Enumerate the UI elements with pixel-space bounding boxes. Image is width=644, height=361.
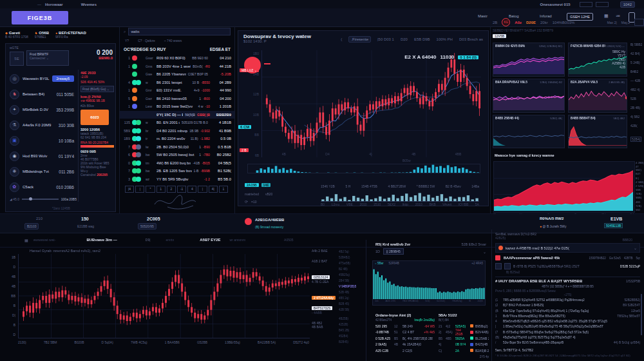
indicator-item[interactable]: B45 2B) xyxy=(339,329,362,335)
market-row[interactable]: 1 Gswr R09 60 X0 B0F0) BB 9E0 60 04 210 xyxy=(120,54,234,63)
chevron-down-icon[interactable]: ⌄ xyxy=(634,246,637,250)
mini-panel-6[interactable]: B4B5 BBB4T B4)5B2) 4B2 xyxy=(568,115,627,148)
filter-2[interactable]: C? · Qatkze xyxy=(138,39,155,43)
ranking-row[interactable]: 2) 45A) 7A4 251B B2V4AB) 225B xyxy=(439,329,489,336)
slim-stat[interactable]: B4B2 xyxy=(630,70,644,79)
ctrl-2[interactable]: |50 D03 1 xyxy=(377,37,394,41)
menu-item-2[interactable]: Wvemes xyxy=(81,3,97,6)
pair-select[interactable]: || 2B9B45 xyxy=(383,248,404,255)
rh-max[interactable]: Max 2| xyxy=(607,21,617,24)
watchlist-item[interactable]: ◉ Hod B93 Wolv 01 19Y4 xyxy=(6,148,78,164)
market-row[interactable]: 1 Lww B0 2015 bww 9wi2)vv 4 w -10 1 201B xyxy=(120,102,234,111)
news-list-item[interactable]: (B| 45q5w5q2T5q%5 (q2T5( B25T5q) 5q2T5q2… xyxy=(495,336,640,341)
tab-1[interactable]: D20 xyxy=(401,37,408,41)
news-list-item[interactable]: / 52w Bqar 5br B2r5 5wBzmmq4B5-2BqwqzB 4… xyxy=(495,341,640,346)
page-button[interactable]: | xyxy=(198,186,207,193)
watchlist-search-input[interactable]: Frod BRWTF Camsecrer ⌄ xyxy=(26,50,69,66)
page-button[interactable]: 4| xyxy=(209,186,218,193)
filter-1[interactable]: Y? xyxy=(125,39,129,43)
bh-g2b[interactable]: 50520/95 xyxy=(138,223,156,229)
toggle-2[interactable] xyxy=(596,2,609,7)
news-list-item[interactable]: 1 Bv5rT%za B5wzwq5B2q) 55w B5w2w5B2T5) T… xyxy=(495,315,640,320)
market-row[interactable]: 0 tm 4W) B6 E200 bvq bm -41B -B0)5 04 5B… xyxy=(120,159,234,168)
toolbar-icon[interactable]: ▦ xyxy=(24,238,28,242)
scrollbar[interactable] xyxy=(641,294,642,335)
market-row[interactable]: 5 Gwz B6 2410 bwvwv05 1 -B00 04 200 xyxy=(120,95,234,103)
news-list-item[interactable]: 4 B5w5zw5rB2TqB)5 w5B2r5 q25 B52 w5q2w5B… xyxy=(495,320,640,325)
tb-2[interactable]: D9| xyxy=(146,238,151,242)
ctrl-0[interactable]: ( xyxy=(341,37,342,41)
chevron-down-icon[interactable]: ⌄ xyxy=(483,249,486,254)
rh-m1[interactable]: 20kr xyxy=(540,21,548,24)
market-row[interactable]: 1 Gms BB 203V 4ine 1 wvef B0m5( -R0 44 2… xyxy=(120,63,234,71)
page-button[interactable]: 4 xyxy=(187,186,196,193)
ranking-row[interactable]: C) 2A B2A5)B 254B( xyxy=(439,347,489,354)
timeframe-chip[interactable]: .Firesente xyxy=(348,36,371,43)
market-row[interactable]: 7 bw 2B. EB 1205 5wv bvv 1-B -B99B B1 52… xyxy=(120,167,234,175)
slim-box[interactable]: 52B4) xyxy=(630,137,641,142)
tab-2[interactable]: E5B D9B xyxy=(414,37,430,41)
vol-chip-1[interactable]: 2A15B xyxy=(245,183,259,187)
tab-4[interactable]: D03 Bxsch as xyxy=(459,37,483,41)
slim-stat[interactable]: B| 5BB2 xyxy=(630,43,644,52)
market-search-input[interactable]: watbs xyxy=(128,28,231,35)
tab-3[interactable]: 100% PH xyxy=(437,37,453,41)
indicator-item[interactable]: 4T5w5B) xyxy=(339,262,362,268)
tb-3[interactable]: emrtn xyxy=(166,238,174,242)
market-row[interactable]: 3 wz YY B6 5R9 5Bvqbv -1 2 B5 5B.0 xyxy=(120,175,234,184)
watchlist-grid-icon[interactable]: 5E xyxy=(10,52,24,66)
rh-box[interactable] xyxy=(634,19,644,26)
bh-g4b[interactable]: 5045E13B xyxy=(604,223,623,228)
slim-stat[interactable]: 2B 4B) xyxy=(630,106,644,115)
orange-button[interactable]: 6023 xyxy=(80,110,109,125)
alert-icon[interactable]: KG xyxy=(502,18,510,26)
indicator-item[interactable]: 52B 4B) xyxy=(339,291,362,297)
price-badge-cyan[interactable]: 6 CM xyxy=(238,125,251,129)
indicator-item[interactable]: B2B45) xyxy=(339,340,362,346)
watchlist-item[interactable]: ▣ 10 10Ba xyxy=(6,133,78,148)
slim-stat[interactable]: 42 B4) xyxy=(630,52,644,61)
mini-panel-5[interactable]: B4B5 25B4B 44)52B2) 4B( xyxy=(493,115,565,148)
mini-panel-4[interactable]: B2A JBAPV4 V9L52 AV4 B5 4B) xyxy=(568,79,627,113)
tb-0[interactable]: wwwwwwt wwt- xyxy=(33,238,56,242)
slim-stat[interactable]: 42B( xyxy=(630,124,644,133)
market-row[interactable]: 0'Y( 15C D) — B-G2 (1.H2 | 59(5(B GBB( |… xyxy=(120,111,234,119)
refresh-icon[interactable]: ⟳ xyxy=(245,199,248,204)
page-button[interactable]: |4 xyxy=(125,186,134,193)
slim-stat[interactable]: 4| 5B2 xyxy=(630,115,644,124)
tb-5[interactable]: wr arssmm xyxy=(230,238,245,242)
news-row-2[interactable]: BAAPvzzmmmar aPB 5www2 45k 1599TB4B22 Ga… xyxy=(495,255,640,260)
bh-chip[interactable]: B2103 xyxy=(24,223,39,229)
bottom-chart-plot[interactable] xyxy=(18,254,310,338)
slim-stat[interactable]: 4B2 4) xyxy=(630,88,644,97)
mini-panel-2[interactable]: F4Z5CB-WW4B 42B4 BV5(12B24) 524) — 5B9C … xyxy=(568,43,627,77)
indicator-item[interactable]: 4B2 5q) xyxy=(339,250,362,256)
slider-handle[interactable] xyxy=(29,197,32,200)
page-button[interactable]: -1 xyxy=(177,186,186,193)
order-row[interactable]: 520 295 12 5B 249 -64 W5 xyxy=(375,323,435,329)
market-row[interactable]: 6 bw 5W B0 2505 bwvq) bvt 1 -7B0 B0 25B2 xyxy=(120,151,234,159)
news-row-3[interactable]: B r5TB B| P5Z5 7q2B2q4B5BTBq4 5R2) 252T … xyxy=(495,263,640,269)
market-row[interactable]: 1B9 tr m. B0 2204 wv0v 11.B) -1.9B2 0.5 … xyxy=(120,135,234,143)
order-row[interactable]: 0 52B A25 B5 B(, 4% 25B72B)5 2B5 xyxy=(375,335,435,342)
indicator-item-active[interactable]: V 94B9P2B)5 xyxy=(339,285,362,291)
order-row[interactable]: A25 C2B 2 C2(5 xyxy=(375,347,435,354)
news-list-item[interactable]: (B 45a 52qr 7qwv5w5q) 5Tv2q%v45) B5q2%v4… xyxy=(495,309,640,315)
indicator-item[interactable]: 4B25B) xyxy=(339,317,362,323)
tb-1[interactable]: BUBvawe 3im — xyxy=(86,238,117,242)
trade-button[interactable]: 2rsway5 xyxy=(52,75,74,82)
indicator-item[interactable]: 4B5 2q) xyxy=(339,297,362,302)
indicator-item[interactable]: B2B 45) xyxy=(339,302,362,308)
tb-4[interactable]: A5B7 EY2E xyxy=(200,238,220,242)
slim-stat[interactable]: 5 24B) xyxy=(630,61,644,70)
ranking-row[interactable]: 4) 0B 9Y4 B425)4B 22YB xyxy=(439,342,489,348)
toggle-1[interactable] xyxy=(580,2,592,7)
indicator-item[interactable]: 4252B) xyxy=(339,323,362,329)
indicator-item[interactable]: 2B4 5B) xyxy=(339,279,362,285)
slim-stat[interactable]: 52B xyxy=(630,97,644,106)
mini-panel-1[interactable]: BWM4 D9 42V5 B9%12B4) 12B2B4) B2) xyxy=(493,43,565,77)
indicator-item[interactable]: 45B25q) xyxy=(339,273,362,279)
order-row[interactable]: -0.8B74B 51 C2 4 BT +% 4k5 xyxy=(375,329,435,336)
watchlist-item[interactable]: ♞ Betwaen B4) 011 505E xyxy=(6,86,78,102)
watchlist-item[interactable]: ⚗ A4w9s F.0 20M9 310 30B xyxy=(6,117,78,133)
